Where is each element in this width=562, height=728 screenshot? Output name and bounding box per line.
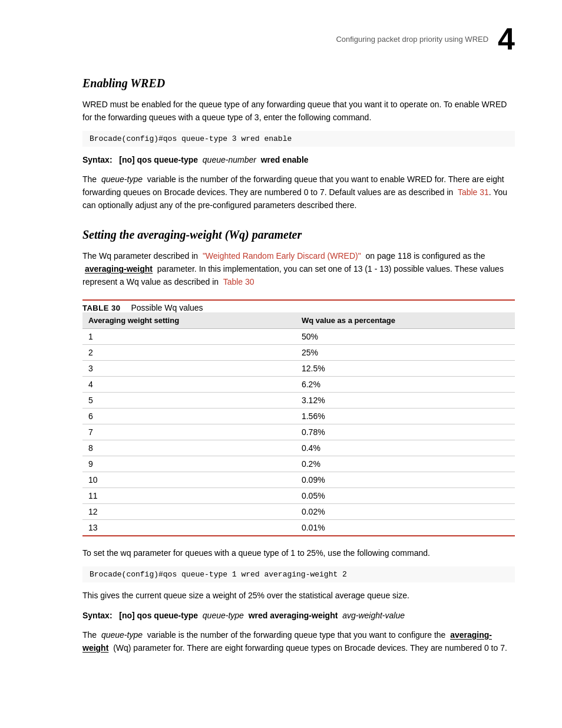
para4-b: variable is the number of the forwarding… [147, 630, 446, 640]
section2-para3: This gives the current queue size a weig… [82, 589, 515, 602]
col2-header: Wq value as a percentage [296, 312, 515, 329]
wq-cell: 1.56% [296, 408, 515, 424]
section2-syntax: Syntax: [no] qos queue-type queue-type w… [82, 610, 515, 622]
table30: Averaging weight setting Wq value as a p… [82, 312, 515, 536]
table-caption: Possible Wq values [131, 303, 203, 312]
table-row: 53.12% [82, 392, 515, 408]
weight-cell: 9 [82, 456, 296, 472]
wq-cell: 50% [296, 328, 515, 344]
section1-syntax: Syntax: [no] qos queue-type queue-number… [82, 154, 515, 166]
syntax2-label: Syntax: [82, 611, 113, 620]
table-row: 70.78% [82, 424, 515, 440]
section-enabling-wred: Enabling WRED WRED must be enabled for t… [82, 77, 515, 212]
section2-code2: Brocade(config)#qos queue-type 1 wred av… [82, 566, 515, 582]
table-row: 61.56% [82, 408, 515, 424]
table-label-row: TABLE 30 Possible Wq values [82, 299, 515, 312]
syntax-mid: queue-number [203, 155, 256, 164]
wq-cell: 0.78% [296, 424, 515, 440]
para1-bold: averaging-weight [85, 264, 153, 274]
section2-para2: To set the wq parameter for queues with … [82, 547, 515, 560]
section1-title: Enabling WRED [82, 77, 515, 90]
table-row: 150% [82, 328, 515, 344]
section1-para2: The queue-type variable is the number of… [82, 173, 515, 212]
weight-cell: 13 [82, 519, 296, 536]
syntax2-mid: queue-type [203, 611, 244, 620]
syntax2-suffix-bold: wred averaging-weight [249, 611, 338, 620]
section2-para4: The queue-type variable is the number of… [82, 629, 515, 654]
weight-cell: 5 [82, 392, 296, 408]
table-row: 130.01% [82, 519, 515, 536]
para4-c: (Wq) parameter for. There are eight forw… [113, 643, 507, 653]
syntax2-prefix: [no] qos queue-type [119, 611, 198, 620]
syntax-label: Syntax: [82, 155, 113, 164]
table-row: 110.05% [82, 487, 515, 503]
table30-container: TABLE 30 Possible Wq values Averaging we… [82, 299, 515, 536]
col1-header: Averaging weight setting [82, 312, 296, 329]
table-row: 312.5% [82, 360, 515, 376]
wq-cell: 0.02% [296, 503, 515, 519]
section2-title: Setting the averaging-weight (Wq) parame… [82, 228, 515, 242]
wq-cell: 6.2% [296, 376, 515, 392]
table31-link[interactable]: Table 31 [458, 187, 489, 197]
para2-var: queue-type [101, 174, 143, 184]
weight-cell: 11 [82, 487, 296, 503]
section2-para1: The Wq parameter described in "Weighted … [82, 250, 515, 288]
wred-link[interactable]: "Weighted Random Early Discard (WRED)" [203, 251, 361, 261]
wq-cell: 3.12% [296, 392, 515, 408]
page-header: Configuring packet drop priority using W… [82, 24, 515, 59]
wq-cell: 0.4% [296, 440, 515, 456]
table-row: 120.02% [82, 503, 515, 519]
wq-cell: 25% [296, 344, 515, 360]
table-row: 46.2% [82, 376, 515, 392]
table-row: 90.2% [82, 456, 515, 472]
table-label: TABLE 30 [82, 304, 120, 312]
weight-cell: 4 [82, 376, 296, 392]
weight-cell: 12 [82, 503, 296, 519]
table30-link[interactable]: Table 30 [223, 277, 254, 286]
table-row: 80.4% [82, 440, 515, 456]
para1-a: The Wq parameter described in [82, 251, 198, 261]
syntax-suffix: wred enable [261, 155, 309, 164]
section-averaging-weight: Setting the averaging-weight (Wq) parame… [82, 228, 515, 654]
weight-cell: 8 [82, 440, 296, 456]
table-row: 100.09% [82, 472, 515, 487]
wq-cell: 0.01% [296, 519, 515, 536]
para2-a: The [82, 174, 97, 184]
table-row: 225% [82, 344, 515, 360]
weight-cell: 2 [82, 344, 296, 360]
weight-cell: 3 [82, 360, 296, 376]
para4-a: The [82, 630, 97, 640]
section1-para1: WRED must be enabled for the queue type … [82, 98, 515, 124]
header-text: Configuring packet drop priority using W… [336, 35, 488, 44]
syntax2-suffix-italic: avg-weight-value [342, 611, 405, 620]
para1-b: on page 118 is configured as the [365, 251, 485, 261]
wq-cell: 12.5% [296, 360, 515, 376]
weight-cell: 7 [82, 424, 296, 440]
wq-cell: 0.09% [296, 472, 515, 487]
weight-cell: 10 [82, 472, 296, 487]
para4-var: queue-type [101, 630, 143, 640]
table-header-row: Averaging weight setting Wq value as a p… [82, 312, 515, 329]
para2-b: variable is the number of the forwarding… [82, 174, 504, 197]
syntax-prefix: [no] qos queue-type [119, 155, 198, 164]
section1-code1: Brocade(config)#qos queue-type 3 wred en… [82, 131, 515, 147]
weight-cell: 1 [82, 328, 296, 344]
chapter-number: 4 [498, 24, 515, 54]
weight-cell: 6 [82, 408, 296, 424]
page: Configuring packet drop priority using W… [0, 0, 562, 728]
wq-cell: 0.2% [296, 456, 515, 472]
wq-cell: 0.05% [296, 487, 515, 503]
